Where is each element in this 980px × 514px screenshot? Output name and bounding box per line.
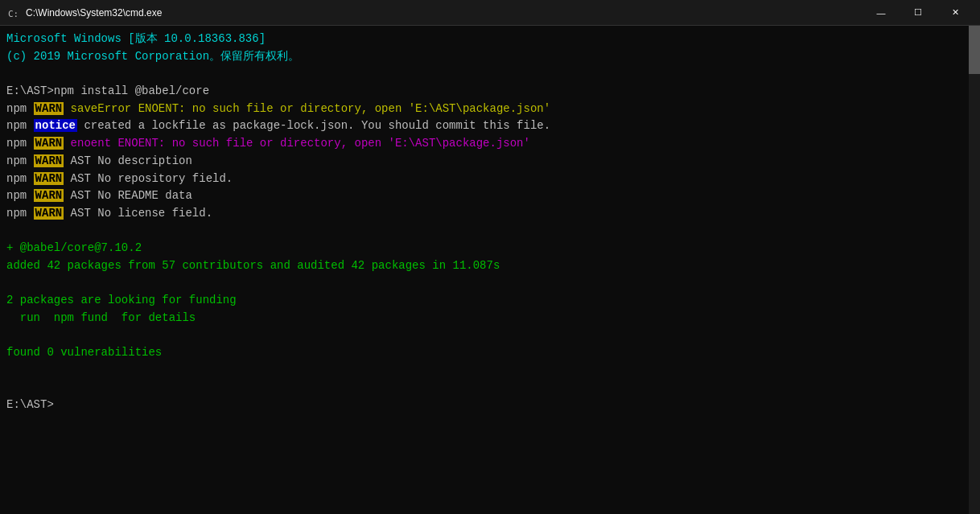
terminal-line: found 0 vulnerabilities bbox=[6, 344, 974, 362]
terminal-line: 2 packages are looking for funding bbox=[6, 292, 974, 310]
terminal-line: npm WARN AST No repository field. bbox=[6, 171, 974, 188]
warn-badge: WARN bbox=[34, 154, 64, 167]
warn-badge: WARN bbox=[34, 189, 64, 202]
terminal-line: npm WARN AST No description bbox=[6, 153, 974, 171]
terminal-line: E:\AST>npm install @babel/core bbox=[6, 83, 974, 101]
warn-badge: WARN bbox=[34, 207, 64, 220]
terminal-line: npm WARN AST No README data bbox=[6, 187, 974, 205]
terminal-line: run npm fund for details bbox=[6, 310, 974, 327]
terminal-line bbox=[6, 65, 974, 83]
cmd-window: C:\ C:\Windows\System32\cmd.exe — ☐ ✕ Mi… bbox=[0, 0, 980, 514]
cmd-icon: C:\ bbox=[6, 6, 19, 19]
terminal-line bbox=[6, 362, 974, 380]
terminal-cursor-line: E:\AST> bbox=[6, 397, 974, 414]
scrollbar[interactable] bbox=[969, 26, 980, 514]
warn-badge: WARN bbox=[34, 172, 64, 185]
terminal-body[interactable]: Microsoft Windows [版本 10.0.18363.836] (c… bbox=[0, 26, 980, 514]
warn-badge: WARN bbox=[34, 102, 64, 115]
terminal-line bbox=[6, 380, 974, 397]
window-controls: — ☐ ✕ bbox=[863, 0, 974, 26]
terminal-line bbox=[6, 275, 974, 293]
title-bar: C:\ C:\Windows\System32\cmd.exe — ☐ ✕ bbox=[0, 0, 980, 26]
svg-text:C:\: C:\ bbox=[8, 9, 19, 19]
scrollbar-thumb[interactable] bbox=[969, 26, 980, 74]
maximize-button[interactable]: ☐ bbox=[900, 0, 937, 26]
terminal-line: + @babel/core@7.10.2 bbox=[6, 240, 974, 257]
minimize-button[interactable]: — bbox=[863, 0, 900, 26]
close-button[interactable]: ✕ bbox=[937, 0, 974, 26]
terminal-line: npm WARN enoent ENOENT: no such file or … bbox=[6, 135, 974, 153]
window-title: C:\Windows\System32\cmd.exe bbox=[26, 7, 863, 19]
terminal-line: Microsoft Windows [版本 10.0.18363.836] bbox=[6, 31, 974, 48]
terminal-line bbox=[6, 223, 974, 241]
terminal-line: npm WARN saveError ENOENT: no such file … bbox=[6, 101, 974, 118]
terminal-line: npm WARN AST No license field. bbox=[6, 205, 974, 223]
terminal-line bbox=[6, 327, 974, 345]
terminal-line: added 42 packages from 57 contributors a… bbox=[6, 257, 974, 275]
terminal-line: (c) 2019 Microsoft Corporation。保留所有权利。 bbox=[6, 48, 974, 66]
warn-badge: WARN bbox=[34, 137, 64, 150]
notice-badge: notice bbox=[34, 119, 77, 132]
terminal-line: npm notice created a lockfile as package… bbox=[6, 117, 974, 135]
